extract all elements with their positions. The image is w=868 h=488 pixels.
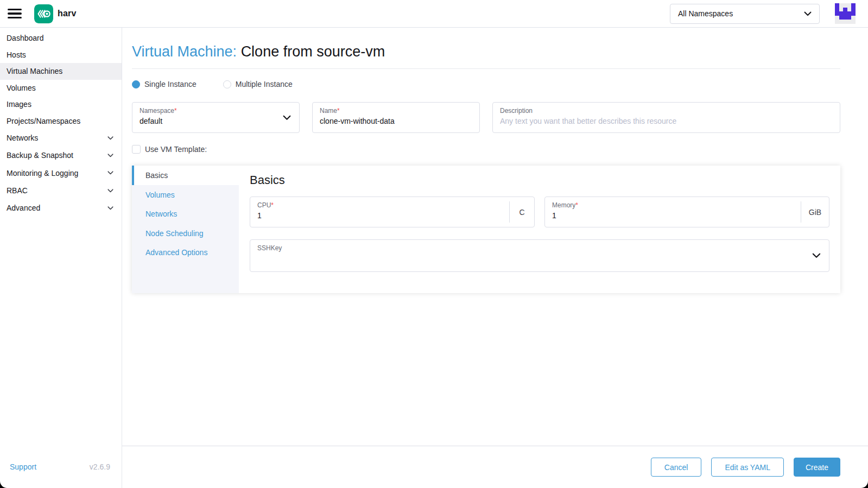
- namespace-filter-select[interactable]: All Namespaces: [670, 4, 820, 24]
- chevron-down-icon: [107, 189, 113, 193]
- description-field: Description: [492, 102, 840, 133]
- cpu-field: CPU* C: [250, 197, 535, 227]
- required-marker: *: [174, 107, 177, 115]
- general-fields-row: Namespace* default Name* Description: [132, 102, 840, 133]
- radio-multiple-instance[interactable]: Multiple Instance: [223, 80, 293, 88]
- avatar[interactable]: [835, 3, 856, 24]
- checkbox-unchecked-icon: [132, 145, 141, 154]
- product-name: harv: [58, 9, 77, 18]
- cpu-memory-row: CPU* C Memory* GiB: [250, 197, 829, 227]
- support-link[interactable]: Support: [10, 462, 36, 471]
- version-label: v2.6.9: [90, 462, 110, 471]
- tab-basics[interactable]: Basics: [132, 166, 239, 185]
- sidebar-group-networks[interactable]: Networks: [0, 129, 122, 147]
- chevron-down-icon: [283, 115, 291, 121]
- sidebar-group-backup-snapshot[interactable]: Backup & Snapshot: [0, 147, 122, 164]
- namespace-filter-value: All Namespaces: [678, 9, 804, 18]
- chevron-down-icon: [812, 253, 821, 258]
- chevron-down-icon: [107, 206, 113, 210]
- use-vm-template-checkbox[interactable]: Use VM Template:: [132, 145, 840, 154]
- required-marker: *: [337, 107, 340, 115]
- cancel-button[interactable]: Cancel: [651, 458, 702, 477]
- edit-as-yaml-button[interactable]: Edit as YAML: [711, 458, 784, 477]
- radio-unselected-icon: [223, 80, 231, 88]
- sshkey-label: SSHKey: [257, 244, 822, 252]
- cpu-unit-label: C: [509, 201, 534, 223]
- sidebar-item-volumes[interactable]: Volumes: [0, 80, 122, 97]
- sidebar-group-advanced[interactable]: Advanced: [0, 199, 122, 217]
- use-vm-template-label: Use VM Template:: [145, 145, 207, 154]
- app-window: harv All Namespaces Dashboard Hosts Virt…: [0, 0, 868, 488]
- chevron-down-icon: [107, 136, 113, 140]
- footer-action-bar: Cancel Edit as YAML Create: [122, 446, 868, 488]
- tab-volumes[interactable]: Volumes: [132, 185, 239, 205]
- sidebar-item-hosts[interactable]: Hosts: [0, 47, 122, 64]
- screen-corner-artifact: [861, 481, 868, 488]
- section-heading: Basics: [250, 173, 829, 187]
- vm-config-card: Basics Volumes Networks Node Scheduling …: [132, 166, 840, 293]
- tab-networks[interactable]: Networks: [132, 204, 239, 224]
- memory-input[interactable]: [552, 211, 822, 220]
- basics-tab-content: Basics CPU* C Memory* GiB: [239, 166, 840, 293]
- radio-single-instance[interactable]: Single Instance: [132, 80, 197, 88]
- radio-selected-icon: [132, 80, 140, 88]
- required-marker: *: [271, 201, 274, 209]
- namespace-select[interactable]: Namespace* default: [132, 102, 300, 133]
- sidebar: Dashboard Hosts Virtual Machines Volumes…: [0, 28, 122, 488]
- sshkey-select[interactable]: SSHKey: [250, 239, 829, 272]
- chevron-down-icon: [804, 11, 812, 16]
- screen-corner-artifact: [0, 481, 7, 488]
- main-content: Virtual Machine: Clone from source-vm Si…: [122, 28, 868, 488]
- instance-type-radio-group: Single Instance Multiple Instance: [132, 80, 840, 88]
- sidebar-item-virtual-machines[interactable]: Virtual Machines: [0, 63, 122, 80]
- sidebar-group-monitoring-logging[interactable]: Monitoring & Logging: [0, 164, 122, 182]
- hamburger-menu-icon[interactable]: [8, 9, 22, 18]
- description-label: Description: [500, 107, 833, 115]
- config-tab-nav: Basics Volumes Networks Node Scheduling …: [132, 166, 239, 293]
- memory-field: Memory* GiB: [544, 197, 829, 227]
- tab-advanced-options[interactable]: Advanced Options: [132, 243, 239, 262]
- description-input[interactable]: [500, 117, 833, 125]
- name-input[interactable]: [320, 117, 472, 125]
- sidebar-item-dashboard[interactable]: Dashboard: [0, 30, 122, 47]
- cpu-input[interactable]: [257, 211, 527, 220]
- page-title-action: Clone from source-vm: [241, 43, 385, 60]
- chevron-down-icon: [107, 171, 113, 175]
- name-field: Name*: [312, 102, 480, 133]
- page-title: Virtual Machine: Clone from source-vm: [132, 43, 840, 60]
- harvester-logo-icon[interactable]: [34, 4, 53, 23]
- sidebar-item-images[interactable]: Images: [0, 96, 122, 113]
- title-divider: [132, 68, 840, 69]
- top-bar: harv All Namespaces: [0, 0, 868, 28]
- sidebar-item-projects-namespaces[interactable]: Projects/Namespaces: [0, 113, 122, 130]
- create-button[interactable]: Create: [794, 458, 840, 477]
- sidebar-footer: Support v2.6.9: [0, 462, 122, 488]
- sidebar-group-rbac[interactable]: RBAC: [0, 182, 122, 199]
- tab-node-scheduling[interactable]: Node Scheduling: [132, 224, 239, 243]
- required-marker: *: [575, 201, 578, 209]
- memory-unit-label: GiB: [801, 201, 829, 223]
- page-title-resource: Virtual Machine:: [132, 43, 237, 60]
- namespace-value: default: [140, 117, 292, 125]
- chevron-down-icon: [107, 154, 113, 157]
